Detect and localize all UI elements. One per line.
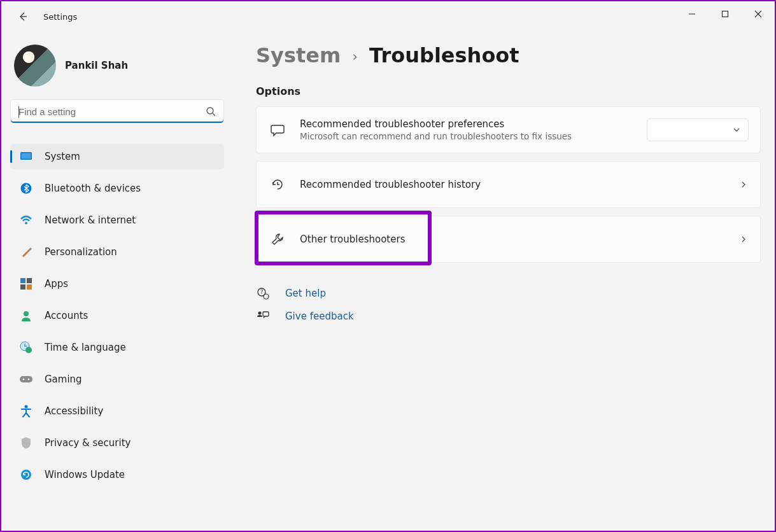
search-input[interactable] <box>10 99 224 123</box>
accessibility-icon <box>19 405 33 417</box>
troubleshooter-history-row[interactable]: Recommended troubleshooter history <box>256 161 761 208</box>
help-icon: ? <box>256 287 270 300</box>
shield-icon <box>19 437 33 449</box>
svg-point-1 <box>207 108 213 114</box>
search-icon <box>206 106 216 116</box>
sidebar-item-label: Apps <box>45 278 68 290</box>
person-icon <box>19 310 33 321</box>
svg-rect-9 <box>27 284 32 290</box>
chevron-right-icon <box>740 181 747 188</box>
update-icon <box>19 469 33 480</box>
history-icon <box>269 178 286 192</box>
row-subtitle: Microsoft can recommend and run troubles… <box>300 131 572 141</box>
wrench-icon <box>269 232 286 246</box>
minimize-icon <box>688 10 696 18</box>
breadcrumb: System › Troubleshoot <box>256 43 761 67</box>
sidebar-item-label: Bluetooth & devices <box>45 183 141 194</box>
row-title: Other troubleshooters <box>300 234 405 245</box>
svg-rect-13 <box>20 376 32 382</box>
svg-point-20 <box>264 294 269 299</box>
sidebar-item-label: Accessibility <box>45 405 103 417</box>
sidebar-item-label: System <box>45 151 80 162</box>
svg-point-10 <box>24 311 29 316</box>
svg-rect-6 <box>20 278 25 283</box>
svg-point-14 <box>23 379 25 381</box>
apps-icon <box>19 278 33 290</box>
sidebar-item-accessibility[interactable]: Accessibility <box>10 398 224 424</box>
sidebar-item-label: Accounts <box>45 310 88 321</box>
svg-point-21 <box>258 312 262 315</box>
sidebar-item-label: Personalization <box>45 246 117 258</box>
svg-point-5 <box>25 222 27 225</box>
sidebar-item-label: Windows Update <box>45 469 125 480</box>
svg-rect-8 <box>20 284 25 290</box>
display-icon <box>19 151 33 162</box>
row-title: Recommended troubleshooter preferences <box>300 118 572 130</box>
chevron-right-icon <box>740 235 747 243</box>
sidebar-item-system[interactable]: System <box>10 144 224 169</box>
sidebar-item-label: Network & internet <box>45 214 136 226</box>
close-icon <box>754 10 762 18</box>
troubleshooter-preferences-row[interactable]: Recommended troubleshooter preferences M… <box>256 106 761 153</box>
row-title: Recommended troubleshooter history <box>300 179 481 190</box>
svg-point-16 <box>25 405 28 409</box>
chevron-down-icon <box>733 126 740 134</box>
svg-point-17 <box>21 470 31 480</box>
app-title: Settings <box>43 12 77 22</box>
sidebar-item-accounts[interactable]: Accounts <box>10 303 224 328</box>
page-title: Troubleshoot <box>369 43 519 67</box>
breadcrumb-parent[interactable]: System <box>256 43 341 67</box>
get-help-link[interactable]: ? Get help <box>256 282 761 305</box>
sidebar-item-network[interactable]: Network & internet <box>10 207 224 233</box>
sidebar-item-label: Privacy & security <box>45 437 131 449</box>
window-maximize-button[interactable] <box>709 1 742 27</box>
svg-text:?: ? <box>260 290 263 295</box>
sidebar-item-gaming[interactable]: Gaming <box>10 367 224 392</box>
sidebar-item-apps[interactable]: Apps <box>10 271 224 297</box>
give-feedback-label[interactable]: Give feedback <box>285 311 354 322</box>
paintbrush-icon <box>19 246 33 258</box>
give-feedback-link[interactable]: Give feedback <box>256 305 761 328</box>
back-button[interactable] <box>13 6 33 27</box>
sidebar-item-label: Gaming <box>45 374 82 385</box>
maximize-icon <box>721 10 729 18</box>
preferences-dropdown[interactable] <box>647 118 749 141</box>
sidebar-item-bluetooth[interactable]: Bluetooth & devices <box>10 176 224 201</box>
gamepad-icon <box>19 375 33 384</box>
svg-rect-22 <box>263 312 269 316</box>
svg-point-15 <box>28 379 30 381</box>
sidebar-item-time-language[interactable]: Time & language <box>10 335 224 360</box>
sidebar-item-windows-update[interactable]: Windows Update <box>10 462 224 487</box>
arrow-left-icon <box>18 11 28 22</box>
avatar[interactable] <box>14 45 56 87</box>
window-close-button[interactable] <box>742 1 775 27</box>
svg-rect-7 <box>27 278 32 283</box>
bluetooth-icon <box>19 183 33 194</box>
get-help-label[interactable]: Get help <box>285 288 326 299</box>
sidebar-item-privacy[interactable]: Privacy & security <box>10 430 224 456</box>
chat-icon <box>269 123 286 137</box>
search-field[interactable] <box>18 106 198 117</box>
profile-name[interactable]: Pankil Shah <box>65 60 128 71</box>
other-troubleshooters-row[interactable]: Other troubleshooters <box>256 216 761 263</box>
sidebar-item-personalization[interactable]: Personalization <box>10 239 224 265</box>
wifi-icon <box>19 215 33 225</box>
chevron-right-icon: › <box>352 48 358 64</box>
section-label: Options <box>256 85 761 97</box>
sidebar-item-label: Time & language <box>45 342 126 353</box>
clock-globe-icon <box>19 341 33 354</box>
nav-sidebar: System Bluetooth & devices Network & int… <box>10 144 224 487</box>
svg-rect-0 <box>723 11 728 17</box>
window-minimize-button[interactable] <box>675 1 709 27</box>
feedback-icon <box>256 311 270 322</box>
svg-point-12 <box>25 347 32 353</box>
svg-rect-3 <box>22 153 31 159</box>
